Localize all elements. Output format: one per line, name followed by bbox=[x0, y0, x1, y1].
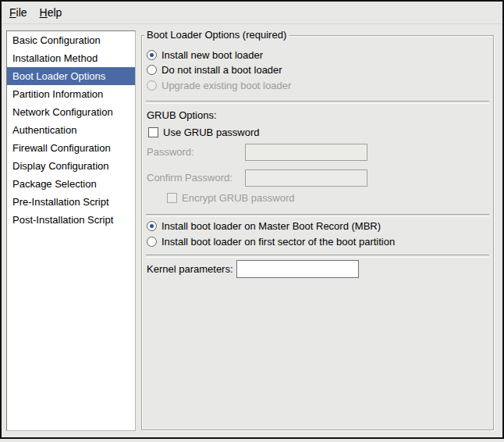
checkbox-label-encrypt-grub-password: Encrypt GRUB password bbox=[182, 192, 295, 204]
sidebar-item-display-configuration[interactable]: Display Configuration bbox=[7, 157, 135, 175]
checkbox-label-use-grub-password: Use GRUB password bbox=[163, 127, 260, 138]
separator bbox=[146, 214, 489, 217]
radio-row-upgrade-existing: Upgrade existing boot loader bbox=[147, 78, 291, 92]
menu-file-label: File bbox=[9, 6, 27, 19]
radio-row-install-new-boot-loader[interactable]: Install new boot loader bbox=[147, 48, 263, 62]
radio-icon-install-new[interactable] bbox=[147, 50, 157, 60]
radio-label-install-new: Install new boot loader bbox=[161, 49, 263, 61]
sidebar-item-partition-information[interactable]: Partition Information bbox=[7, 85, 135, 103]
menu-file[interactable]: File bbox=[3, 4, 34, 21]
kernel-parameters-label: Kernel parameters: bbox=[147, 260, 233, 278]
radio-label-install-first-sector: Install boot loader on first sector of t… bbox=[161, 236, 395, 248]
radio-icon-install-mbr[interactable] bbox=[147, 221, 157, 231]
separator bbox=[146, 255, 489, 258]
kickstart-configurator-window: File Help Basic ConfigurationInstallatio… bbox=[0, 0, 504, 442]
radio-row-install-mbr[interactable]: Install boot loader on Master Boot Recor… bbox=[147, 219, 381, 233]
menu-help[interactable]: Help bbox=[34, 4, 69, 21]
radio-icon-upgrade-existing bbox=[147, 80, 157, 91]
sidebar-item-pre-installation-script[interactable]: Pre-Installation Script bbox=[7, 193, 135, 211]
radio-label-upgrade-existing: Upgrade existing boot loader bbox=[161, 80, 291, 91]
sidebar-list: Basic ConfigurationInstallation MethodBo… bbox=[6, 30, 136, 431]
kernel-parameters-input[interactable] bbox=[236, 260, 359, 278]
sidebar-item-package-selection[interactable]: Package Selection bbox=[7, 175, 135, 193]
sidebar-item-authentication[interactable]: Authentication bbox=[7, 121, 135, 139]
sidebar-item-network-configuration[interactable]: Network Configuration bbox=[7, 103, 135, 121]
confirm-password-field bbox=[245, 169, 367, 187]
checkbox-row-encrypt-grub-password: Encrypt GRUB password bbox=[167, 191, 295, 205]
sidebar-item-post-installation-script[interactable]: Post-Installation Script bbox=[7, 211, 135, 229]
sidebar-item-firewall-configuration[interactable]: Firewall Configuration bbox=[7, 139, 135, 157]
radio-icon-do-not-install[interactable] bbox=[147, 65, 157, 75]
checkbox-row-use-grub-password[interactable]: Use GRUB password bbox=[148, 125, 260, 139]
password-label: Password: bbox=[147, 144, 194, 161]
password-field bbox=[245, 144, 367, 161]
sidebar-item-boot-loader-options[interactable]: Boot Loader Options bbox=[7, 67, 135, 85]
menu-help-label: Help bbox=[40, 6, 62, 19]
radio-row-do-not-install[interactable]: Do not install a boot loader bbox=[147, 62, 282, 77]
sidebar-item-installation-method[interactable]: Installation Method bbox=[7, 49, 135, 67]
radio-row-install-first-sector[interactable]: Install boot loader on first sector of t… bbox=[147, 234, 395, 248]
boot-loader-options-frame: Install new boot loader Do not install a… bbox=[141, 35, 494, 430]
checkbox-icon-encrypt-grub-password bbox=[167, 193, 177, 203]
grub-options-row: GRUB Options: bbox=[147, 108, 217, 122]
separator bbox=[146, 101, 489, 104]
radio-label-do-not-install: Do not install a boot loader bbox=[161, 64, 282, 76]
sidebar-item-basic-configuration[interactable]: Basic Configuration bbox=[7, 31, 135, 49]
grub-options-label: GRUB Options: bbox=[147, 109, 217, 121]
radio-label-install-mbr: Install boot loader on Master Boot Recor… bbox=[161, 220, 381, 232]
confirm-password-label: Confirm Password: bbox=[147, 169, 232, 187]
radio-icon-install-first-sector[interactable] bbox=[147, 237, 157, 247]
frame-title: Boot Loader Options (required) bbox=[144, 30, 289, 41]
checkbox-icon-use-grub-password[interactable] bbox=[148, 127, 158, 137]
menu-bar: File Help bbox=[2, 2, 502, 24]
